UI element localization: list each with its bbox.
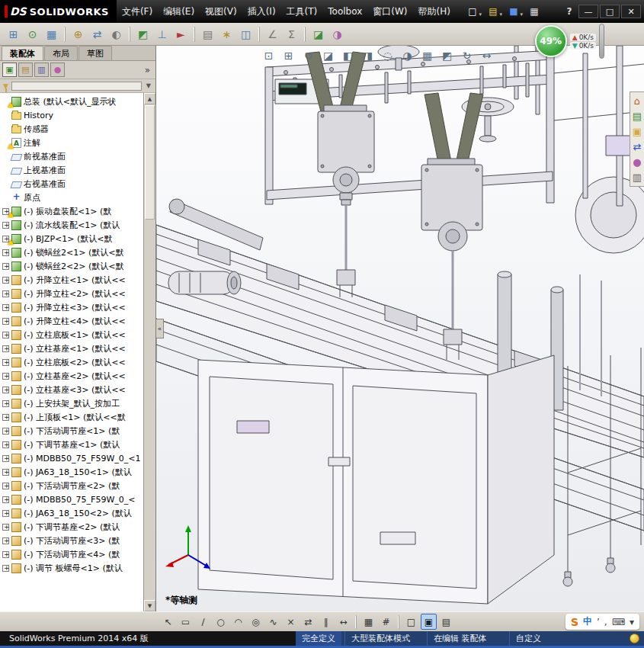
snap-icon[interactable]: #: [378, 614, 394, 630]
tree-item[interactable]: (-) 下调节基座<2> (默认: [2, 520, 142, 534]
shaded-view-icon[interactable]: ▣: [421, 614, 437, 630]
zoom-area-icon[interactable]: ⊞: [279, 47, 298, 64]
rotate-view-icon[interactable]: ↻: [457, 47, 476, 64]
graphics-viewport[interactable]: ⊡ ⊞ ↺ ◪ ◧ ◨ ◌ ◑ ▦ ◩: [156, 46, 644, 611]
grid-icon[interactable]: ▦: [360, 614, 376, 630]
motion-study-icon[interactable]: ►: [172, 25, 190, 43]
trim-icon[interactable]: ×: [283, 614, 299, 630]
expand-toggle[interactable]: [2, 510, 9, 517]
menu-window[interactable]: 窗口(W): [367, 0, 412, 23]
expand-toggle[interactable]: [2, 373, 9, 380]
apply-scene-icon[interactable]: ▦: [418, 47, 437, 64]
bill-of-materials-icon[interactable]: ▤: [199, 25, 216, 43]
line-icon[interactable]: ∕: [195, 614, 211, 630]
filter-input[interactable]: [11, 82, 142, 91]
maximize-button[interactable]: □: [600, 5, 620, 18]
tree-item[interactable]: (-) JA63_18_150<2> (默认: [2, 506, 142, 520]
tab-sketch[interactable]: 草图: [78, 46, 112, 60]
menu-edit[interactable]: 编辑(E): [158, 0, 200, 23]
mass-properties-icon[interactable]: Σ: [283, 25, 300, 43]
expand-toggle[interactable]: [2, 318, 9, 325]
expand-toggle[interactable]: [2, 345, 9, 352]
custom-status-button[interactable]: 自定义: [509, 631, 547, 646]
tree-item[interactable]: (-) 立柱基座<3> (默认<<: [2, 383, 142, 396]
smart-fasteners-icon[interactable]: ⊕: [69, 25, 87, 43]
property-manager-tab[interactable]: ▤: [18, 63, 33, 77]
scroll-down-icon[interactable]: ▼: [144, 600, 155, 611]
hide-show-items-icon[interactable]: ◌: [378, 47, 397, 64]
expand-toggle[interactable]: [2, 537, 9, 544]
open-document-icon[interactable]: ▤: [484, 4, 502, 19]
tree-item[interactable]: (-) 立柱基座<1> (默认<<: [2, 342, 142, 355]
tree-item[interactable]: History: [2, 108, 142, 122]
home-icon[interactable]: ⌂: [634, 96, 640, 106]
tree-item[interactable]: 上视基准面: [2, 163, 142, 177]
expand-toggle[interactable]: [2, 414, 9, 421]
reference-geometry-icon[interactable]: ⊥: [153, 25, 171, 43]
view-orientation-icon[interactable]: ◧: [338, 47, 357, 64]
exploded-view-icon[interactable]: ∗: [218, 25, 235, 43]
tree-item[interactable]: 原点: [2, 191, 142, 204]
edit-appearance-icon[interactable]: ◑: [328, 25, 346, 43]
expand-toggle[interactable]: [2, 304, 9, 311]
menu-toolbox[interactable]: Toolbox: [322, 0, 367, 23]
section-view-icon[interactable]: ◪: [309, 25, 327, 43]
tree-item[interactable]: (-) 立柱底板<1> (默认<<: [2, 328, 142, 342]
filter-dropdown-icon[interactable]: ▼: [145, 82, 152, 89]
toolbar-separator[interactable]: [129, 27, 130, 42]
tree-item[interactable]: (-) JA63_18_150<1> (默认: [2, 465, 142, 479]
tree-item[interactable]: (-) 下活动调节座<4> (默: [2, 547, 142, 561]
tree-item[interactable]: (-) 升降立柱<4> (默认<<: [2, 314, 142, 328]
toolbar-separator[interactable]: [64, 27, 66, 42]
toolbar-separator[interactable]: [258, 27, 260, 42]
filter-funnel-icon[interactable]: ▼: [3, 82, 8, 90]
expand-toggle[interactable]: [2, 565, 9, 572]
tree-item[interactable]: (-) 下活动调节座<3> (默: [2, 534, 142, 547]
scrollbar-thumb[interactable]: [145, 105, 155, 220]
tree-item[interactable]: (-) 调节 板螺母<1> (默认: [2, 561, 142, 575]
display-manager-tab[interactable]: ●: [50, 63, 65, 77]
tree-item[interactable]: 总装 (默认<默认_显示状: [2, 95, 142, 108]
insert-components-icon[interactable]: ⊞: [5, 25, 22, 43]
expand-toggle[interactable]: [2, 496, 9, 503]
new-document-icon[interactable]: □: [463, 4, 482, 19]
tree-item[interactable]: (-) MDBB50_75_F59W_0_<1: [2, 451, 142, 465]
linear-component-pattern-icon[interactable]: ▦: [43, 25, 60, 43]
expand-toggle[interactable]: [2, 469, 9, 476]
zoom-fit-icon[interactable]: ⊡: [259, 47, 278, 64]
tree-item[interactable]: (-) 锁蜗丝2<1> (默认<默: [2, 245, 142, 259]
measure-icon[interactable]: ∠: [264, 25, 281, 43]
expand-toggle[interactable]: [2, 332, 9, 338]
tree-item[interactable]: 注解: [2, 136, 142, 149]
sogou-logo-icon[interactable]: S: [571, 616, 578, 628]
sketch-icon[interactable]: ▭: [178, 614, 194, 630]
toolbar-separator[interactable]: [194, 27, 195, 42]
tree-item[interactable]: (-) 下活动调节座<1> (默: [2, 424, 142, 438]
arc-icon[interactable]: ◠: [230, 614, 246, 630]
dimension-icon[interactable]: ↔: [335, 614, 351, 630]
save-icon[interactable]: ■: [505, 4, 523, 19]
tree-item[interactable]: (-) 振动盘装配<1> (默: [2, 204, 142, 218]
interference-detection-icon[interactable]: ◫: [237, 25, 255, 43]
tree-scrollbar[interactable]: ▲ ▼: [143, 93, 155, 611]
spline-icon[interactable]: ∿: [265, 614, 281, 630]
tree-item[interactable]: (-) 升降立柱<1> (默认<<: [2, 273, 142, 287]
display-style-icon[interactable]: ◨: [358, 47, 377, 64]
view-settings-icon[interactable]: ◩: [437, 47, 457, 64]
expand-toggle[interactable]: [2, 400, 9, 407]
tree-item[interactable]: (-) 升降立柱<2> (默认<<: [2, 287, 142, 300]
feature-manager-tab[interactable]: ▣: [2, 63, 17, 77]
tree-item[interactable]: (-) BJZP<1> (默认<默: [2, 232, 142, 245]
tree-item[interactable]: 右视基准面: [2, 177, 142, 191]
minimize-button[interactable]: —: [578, 5, 598, 18]
configuration-manager-tab[interactable]: ▥: [34, 63, 49, 77]
appearances-icon[interactable]: ●: [633, 157, 641, 167]
expand-toggle[interactable]: [2, 277, 9, 284]
offset-icon[interactable]: ∥: [318, 614, 334, 630]
custom-properties-icon[interactable]: ▥: [633, 172, 642, 182]
expand-toggle[interactable]: [2, 524, 9, 531]
expand-toggle[interactable]: [2, 428, 9, 435]
network-monitor-overlay[interactable]: 49% ▲0K/s ▼0K/s: [535, 24, 604, 59]
tree-item[interactable]: (-) 上安扶架_默认_按加工: [2, 396, 142, 410]
quick-tips-icon[interactable]: [630, 634, 639, 643]
